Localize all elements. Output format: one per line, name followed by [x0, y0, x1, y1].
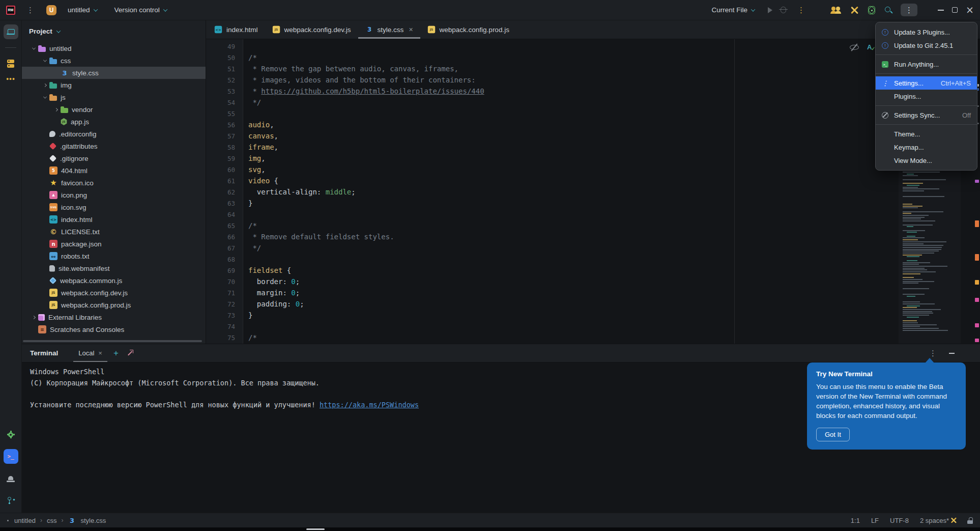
hide-terminal-icon[interactable]: [949, 353, 955, 354]
tree-item-external-libraries[interactable]: External Libraries: [22, 311, 206, 323]
close-icon[interactable]: ×: [98, 349, 102, 357]
stripe-mark[interactable]: [975, 323, 979, 327]
project-toolwindow-button[interactable]: [4, 24, 18, 39]
caret-position[interactable]: 1:1: [851, 517, 860, 524]
project-panel-header[interactable]: Project: [22, 23, 206, 39]
got-it-button[interactable]: Got It: [816, 428, 850, 441]
code-line-65[interactable]: 65/*: [206, 220, 980, 231]
stripe-mark[interactable]: [975, 180, 979, 183]
code-line-58[interactable]: 58iframe,: [206, 142, 980, 153]
code-line-55[interactable]: 55: [206, 108, 980, 119]
inspections-ok-icon[interactable]: A✓: [867, 43, 872, 51]
tree-item-icon-svg[interactable]: SVGicon.svg: [22, 201, 206, 213]
chevron-right-icon[interactable]: [51, 108, 61, 111]
menu-item-theme[interactable]: Theme...: [876, 127, 977, 141]
run-config-selector[interactable]: Current File: [707, 3, 760, 17]
code-line-51[interactable]: 51 * Remove the gap between audio, canva…: [206, 63, 980, 74]
expand-terminal-icon[interactable]: [127, 350, 133, 356]
menu-item-keymap[interactable]: Keymap...: [876, 141, 977, 154]
code-line-67[interactable]: 67 */: [206, 242, 980, 254]
tools-icon[interactable]: [850, 6, 859, 14]
tree-item-js[interactable]: js: [22, 91, 206, 103]
code-line-70[interactable]: 70 border: 0;: [206, 276, 980, 287]
chevron-down-icon[interactable]: [40, 60, 49, 62]
stripe-mark[interactable]: [975, 298, 979, 302]
menu-item-settings-sync[interactable]: Settings Sync...Off: [876, 108, 977, 122]
breadcrumb-item[interactable]: untitled: [14, 517, 36, 524]
chevron-down-icon[interactable]: [40, 96, 49, 99]
main-menu-icon[interactable]: ⋮: [23, 4, 37, 16]
code-line-53[interactable]: 53 * https://github.com/h5bp/html5-boile…: [206, 86, 980, 97]
tree-item-package-json[interactable]: npackage.json: [22, 238, 206, 250]
project-horizontal-scrollbar[interactable]: [23, 340, 202, 342]
terminal-panel-title[interactable]: Terminal: [30, 349, 58, 357]
code-area[interactable]: 4950/*51 * Remove the gap between audio,…: [206, 41, 980, 343]
tree-item-license-txt[interactable]: ©LICENSE.txt: [22, 226, 206, 238]
code-line-74[interactable]: 74: [206, 321, 980, 332]
stripe-mark[interactable]: [975, 254, 979, 261]
code-line-62[interactable]: 62 vertical-align: middle;: [206, 186, 980, 198]
terminal-toolwindow-button[interactable]: >_: [4, 449, 18, 464]
more-toolwindows-icon[interactable]: •••: [6, 78, 15, 81]
menu-item-view-mode[interactable]: View Mode...: [876, 154, 977, 167]
lock-icon[interactable]: [967, 517, 973, 524]
code-line-60[interactable]: 60svg,: [206, 164, 980, 175]
problems-toolwindow-button[interactable]: [4, 471, 18, 486]
window-maximize-button[interactable]: [952, 7, 958, 13]
tree-item-index-html[interactable]: <>index.html: [22, 213, 206, 226]
tree-item-webpack-config-prod-js[interactable]: JSwebpack.config.prod.js: [22, 299, 206, 311]
menu-item-update-3-plugins[interactable]: ↑Update 3 Plugins...: [876, 25, 977, 39]
code-line-71[interactable]: 71 margin: 0;: [206, 287, 980, 298]
code-line-61[interactable]: 61video {: [206, 175, 980, 186]
menu-item-update-to-git-2-45-1[interactable]: ↑Update to Git 2.45.1: [876, 39, 977, 52]
run-more-icon[interactable]: ⋮: [794, 4, 808, 16]
breadcrumb-item[interactable]: css: [47, 517, 57, 524]
project-selector[interactable]: untitled: [63, 3, 102, 17]
code-line-68[interactable]: 68: [206, 254, 980, 265]
editor-tab-webpack-config-prod-js[interactable]: JSwebpack.config.prod.js: [420, 20, 516, 39]
editor-tab-index-html[interactable]: <>index.html: [207, 20, 265, 39]
more-options-icon[interactable]: ⋮: [901, 4, 917, 16]
tree-item--gitignore[interactable]: .gitignore: [22, 152, 206, 164]
code-line-56[interactable]: 56audio,: [206, 119, 980, 130]
highlighting-eye-icon[interactable]: [850, 44, 859, 50]
code-line-52[interactable]: 52 * images, videos and the bottom of th…: [206, 74, 980, 86]
stripe-mark[interactable]: [975, 220, 979, 227]
tree-item-icon-png[interactable]: ▲icon.png: [22, 189, 206, 201]
tree-item--editorconfig[interactable]: .editorconfig: [22, 128, 206, 140]
code-line-64[interactable]: 64: [206, 209, 980, 220]
code-line-63[interactable]: 63}: [206, 198, 980, 209]
file-encoding[interactable]: UTF-8: [890, 517, 909, 524]
terminal-link[interactable]: https://aka.ms/PSWindows: [320, 401, 419, 409]
tree-item-favicon-ico[interactable]: ★favicon.ico: [22, 177, 206, 189]
tree-item-scratches-and-consoles[interactable]: ≡Scratches and Consoles: [22, 323, 206, 336]
vcs-widget[interactable]: Version control: [109, 3, 172, 17]
menu-item-plugins[interactable]: Plugins...: [876, 90, 977, 103]
window-close-button[interactable]: ×: [966, 5, 974, 15]
menu-item-settings[interactable]: ⋮Settings...Ctrl+Alt+S: [876, 76, 977, 90]
code-line-57[interactable]: 57canvas,: [206, 130, 980, 142]
tree-item-webpack-config-dev-js[interactable]: JSwebpack.config.dev.js: [22, 287, 206, 299]
tree-item--gitattributes[interactable]: .gitattributes: [22, 140, 206, 152]
tree-item-untitled[interactable]: untitled: [22, 42, 206, 54]
terminal-options-icon[interactable]: ⋮: [926, 347, 940, 359]
tree-item-webpack-common-js[interactable]: webpack.common.js: [22, 274, 206, 287]
code-line-72[interactable]: 72 padding: 0;: [206, 298, 980, 310]
commit-toolwindow-button[interactable]: [4, 56, 18, 71]
tree-item-css[interactable]: css: [22, 54, 206, 67]
editor-tab-webpack-config-dev-js[interactable]: JSwebpack.config.dev.js: [265, 20, 358, 39]
menu-item-run-anything[interactable]: >_Run Anything...: [876, 58, 977, 71]
tree-item-robots-txt[interactable]: oorobots.txt: [22, 250, 206, 262]
code-line-69[interactable]: 69fieldset {: [206, 265, 980, 276]
indent-widget[interactable]: 2 spaces*: [920, 516, 956, 524]
settings-button[interactable]: [4, 427, 18, 442]
line-separator[interactable]: LF: [871, 517, 879, 524]
stripe-mark[interactable]: [975, 280, 979, 285]
editor-tab-style-css[interactable]: 3style.css×: [358, 20, 420, 39]
editor[interactable]: 4950/*51 * Remove the gap between audio,…: [206, 39, 980, 344]
tree-item-vendor[interactable]: vendor: [22, 103, 206, 116]
chevron-right-icon[interactable]: [29, 316, 38, 319]
tree-item-site-webmanifest[interactable]: site.webmanifest: [22, 262, 206, 274]
tree-item-app-js[interactable]: JSapp.js: [22, 116, 206, 128]
code-line-59[interactable]: 59img,: [206, 153, 980, 164]
